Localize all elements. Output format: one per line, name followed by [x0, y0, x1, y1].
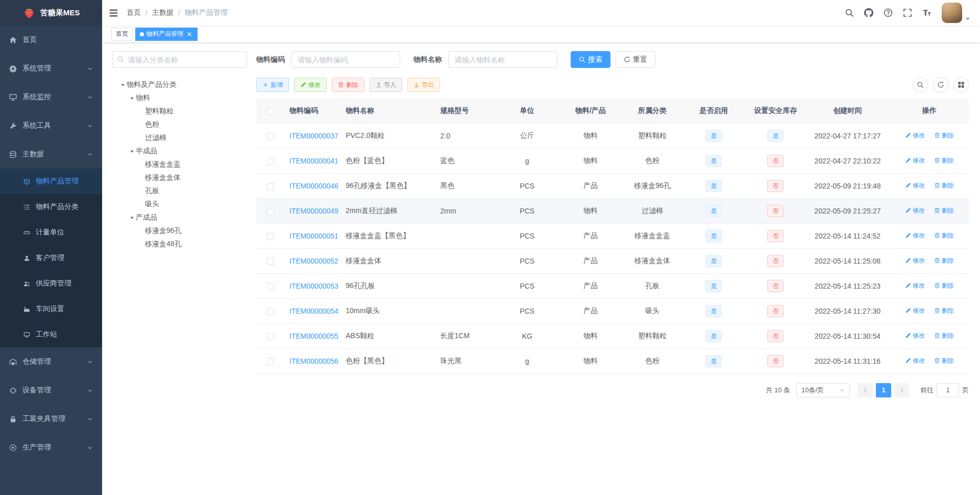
table-row[interactable]: ITEM00000052 移液盒盒体 PCS 产品 移液盒盒体 是 否 2022… [256, 248, 969, 273]
delete-link[interactable]: 删除 [934, 206, 954, 215]
edit-link[interactable]: 修改 [905, 357, 925, 365]
next-page-button[interactable] [894, 383, 910, 397]
tab-home[interactable]: 首页 [111, 28, 133, 41]
item-code-link[interactable]: ITEM00000051 [289, 232, 338, 240]
search-button[interactable]: 搜索 [571, 51, 610, 68]
help-icon[interactable] [878, 0, 898, 26]
sidebar-item-production-mgmt[interactable]: 生产管理 [0, 433, 102, 462]
item-code-link[interactable]: ITEM00000053 [289, 282, 338, 290]
row-checkbox[interactable] [267, 308, 274, 315]
edit-button[interactable]: 修改 [294, 78, 327, 92]
name-filter-input[interactable] [448, 51, 557, 68]
table-row[interactable]: ITEM00000037 PVC2.0颗粒 2.0 公斤 物料 塑料颗粒 是 是… [256, 123, 969, 148]
row-checkbox[interactable] [267, 358, 274, 365]
tree-node[interactable]: 物料及产品分类 [112, 78, 247, 91]
item-code-link[interactable]: ITEM00000041 [289, 157, 338, 165]
category-search-input[interactable] [112, 51, 247, 68]
sidebar-item-home[interactable]: 首页 [0, 26, 102, 54]
fullscreen-icon[interactable] [898, 0, 917, 26]
sidebar-item-warehouse-mgmt[interactable]: 仓储管理 [0, 347, 102, 376]
tab-material-product-mgmt[interactable]: 物料产品管理 [135, 28, 198, 41]
row-checkbox[interactable] [267, 183, 274, 190]
page-button-1[interactable]: 1 [876, 383, 891, 397]
tree-node[interactable]: 物料 [112, 91, 247, 105]
columns-toggle-button[interactable] [953, 77, 969, 92]
edit-link[interactable]: 修改 [905, 281, 925, 290]
table-row[interactable]: ITEM00000051 移液盒盒盖【黑色】 PCS 产品 移液盒盒盖 是 否 … [256, 223, 969, 248]
edit-link[interactable]: 修改 [905, 131, 925, 140]
sidebar-item-fixture-mgmt[interactable]: 工装夹具管理 [0, 405, 102, 433]
row-checkbox[interactable] [267, 233, 274, 240]
delete-button[interactable]: 删除 [332, 78, 364, 92]
sidebar-subitem[interactable]: 供应商管理 [0, 271, 102, 296]
delete-link[interactable]: 删除 [934, 181, 954, 190]
edit-link[interactable]: 修改 [905, 231, 925, 240]
delete-link[interactable]: 删除 [934, 281, 954, 290]
sidebar-item-master-data[interactable]: 主数据 [0, 140, 102, 169]
delete-link[interactable]: 删除 [934, 357, 954, 365]
edit-link[interactable]: 修改 [905, 332, 925, 340]
tree-node[interactable]: 过滤棉 [112, 131, 247, 145]
row-checkbox[interactable] [267, 208, 274, 215]
reset-button[interactable]: 重置 [616, 51, 655, 68]
user-menu[interactable] [942, 3, 970, 23]
delete-link[interactable]: 删除 [934, 332, 954, 340]
add-button[interactable]: 新增 [256, 78, 289, 92]
export-button[interactable]: 导出 [407, 78, 440, 92]
edit-link[interactable]: 修改 [905, 181, 925, 190]
hamburger-button[interactable] [102, 0, 125, 26]
sidebar-subitem[interactable]: 车间设置 [0, 296, 102, 322]
tree-node[interactable]: 移液盒盒盖 [112, 158, 247, 171]
github-icon[interactable] [859, 0, 878, 26]
table-row[interactable]: ITEM00000053 96孔孔板 PCS 产品 孔板 是 否 2022-05… [256, 273, 969, 298]
code-filter-input[interactable] [291, 51, 400, 68]
search-toggle-button[interactable] [913, 77, 928, 92]
item-code-link[interactable]: ITEM00000052 [289, 257, 338, 265]
sidebar-item-system-monitoring[interactable]: 系统监控 [0, 83, 102, 111]
edit-link[interactable]: 修改 [905, 206, 925, 215]
tree-node[interactable]: 半成品 [112, 145, 247, 158]
tree-node[interactable]: 色粉 [112, 118, 247, 131]
page-size-select[interactable]: 10条/页 [796, 383, 850, 397]
tree-node[interactable]: 移液盒96孔 [112, 224, 247, 238]
item-code-link[interactable]: ITEM00000054 [289, 307, 338, 315]
delete-link[interactable]: 删除 [934, 131, 954, 140]
tree-node[interactable]: 产成品 [112, 211, 247, 224]
goto-page-input[interactable] [937, 383, 959, 397]
tree-node[interactable]: 移液盒48孔 [112, 238, 247, 251]
breadcrumb-item[interactable]: 主数据 [152, 8, 174, 17]
tree-node[interactable]: 孔板 [112, 184, 247, 198]
delete-link[interactable]: 删除 [934, 256, 954, 265]
edit-link[interactable]: 修改 [905, 307, 925, 315]
item-code-link[interactable]: ITEM00000049 [289, 207, 338, 215]
edit-link[interactable]: 修改 [905, 256, 925, 265]
tree-node[interactable]: 吸头 [112, 198, 247, 211]
table-row[interactable]: ITEM00000046 96孔移液盒【黑色】 黑色 PCS 产品 移液盒96孔… [256, 173, 969, 198]
table-row[interactable]: ITEM00000055 ABS颗粒 长度1CM KG 物料 塑料颗粒 是 否 … [256, 323, 969, 348]
sidebar-subitem[interactable]: 工作站 [0, 322, 102, 347]
tree-node[interactable]: 塑料颗粒 [112, 105, 247, 118]
delete-link[interactable]: 删除 [934, 231, 954, 240]
font-size-icon[interactable] [917, 0, 937, 26]
table-row[interactable]: ITEM00000041 色粉【蓝色】 蓝色 g 物料 色粉 是 否 2022-… [256, 148, 969, 173]
sidebar-item-system-tools[interactable]: 系统工具 [0, 111, 102, 140]
row-checkbox[interactable] [267, 158, 274, 165]
sidebar-subitem[interactable]: 物料产品管理 [0, 169, 102, 194]
tree-node[interactable]: 移液盒盒体 [112, 171, 247, 184]
app-logo[interactable]: 苦糖果MES [0, 0, 102, 26]
sidebar-item-system-mgmt[interactable]: 系统管理 [0, 54, 102, 83]
sidebar-subitem[interactable]: 客户管理 [0, 245, 102, 271]
row-checkbox[interactable] [267, 133, 274, 140]
sidebar-subitem[interactable]: 物料产品分类 [0, 194, 102, 220]
table-row[interactable]: ITEM00000054 10mm吸头 PCS 产品 吸头 是 否 2022-0… [256, 298, 969, 323]
item-code-link[interactable]: ITEM00000055 [289, 332, 338, 340]
row-checkbox[interactable] [267, 333, 274, 340]
delete-link[interactable]: 删除 [934, 307, 954, 315]
delete-link[interactable]: 删除 [934, 156, 954, 165]
row-checkbox[interactable] [267, 258, 274, 265]
item-code-link[interactable]: ITEM00000046 [289, 182, 338, 190]
breadcrumb-item[interactable]: 首页 [127, 8, 141, 17]
item-code-link[interactable]: ITEM00000037 [289, 132, 338, 140]
import-button[interactable]: 导入 [370, 78, 402, 92]
table-row[interactable]: ITEM00000056 色粉【黑色】 珠光黑 g 物料 色粉 是 否 2022… [256, 348, 969, 373]
